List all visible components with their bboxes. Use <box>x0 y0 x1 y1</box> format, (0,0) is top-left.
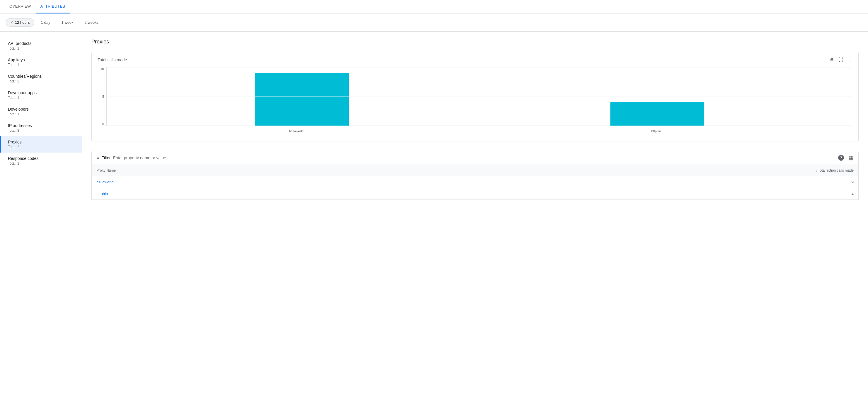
x-label-helloworld: helloworld <box>289 130 304 133</box>
col-header-label: Proxy Name <box>96 168 116 172</box>
sidebar-item-app-keys[interactable]: App keys Total: 1 <box>0 54 82 70</box>
time-filter-12h[interactable]: 12 hours <box>6 18 34 27</box>
grid-line <box>107 96 852 97</box>
sidebar-item-name: Response codes <box>8 156 75 161</box>
sidebar-item-name: IP addresses <box>8 123 75 128</box>
sidebar-item-name: Proxies <box>8 140 75 144</box>
table-header-row: Proxy Name ↓ Total action calls made <box>92 165 859 176</box>
col-header-label: Total action calls made <box>818 168 854 172</box>
table-row: httpbin 4 <box>92 188 859 200</box>
filter-right: ? ▦ <box>838 154 854 161</box>
sidebar-item-countries-regions[interactable]: Countries/Regions Total: 3 <box>0 70 82 87</box>
table-cell-proxy-name: httpbin <box>92 188 381 200</box>
x-label-httpbin: httpbin <box>651 130 661 133</box>
y-axis-label: 0 <box>102 122 104 126</box>
sidebar-item-total: Total: 1 <box>8 46 75 51</box>
table-row: helloworld 9 <box>92 176 859 188</box>
time-filter-1w[interactable]: 1 week <box>57 18 78 27</box>
filter-table-section: ≡ Filter ? ▦ Proxy Name ↓ Tot <box>91 151 859 200</box>
sidebar-item-total: Total: 1 <box>8 63 75 67</box>
time-filter-2w[interactable]: 2 weeks <box>80 18 103 27</box>
sidebar-item-total: Total: 1 <box>8 161 75 166</box>
sidebar-item-ip-addresses[interactable]: IP addresses Total: 3 <box>0 120 82 136</box>
filter-bar: ≡ Filter ? ▦ <box>91 151 859 165</box>
sidebar-item-developer-apps[interactable]: Developer apps Total: 1 <box>0 87 82 103</box>
y-axis: 10 5 0 <box>98 67 106 126</box>
sidebar-item-proxies[interactable]: Proxies Total: 2 <box>0 136 82 152</box>
col-header-proxy-name[interactable]: Proxy Name <box>92 165 381 176</box>
tab-attributes[interactable]: ATTRIBUTES <box>36 0 70 13</box>
sidebar: API products Total: 1 App keys Total: 1 … <box>0 32 82 399</box>
chart-actions: ≘ ⛶ ⋮ <box>830 57 852 62</box>
page-title: Proxies <box>91 39 859 45</box>
top-tabs: OVERVIEW ATTRIBUTES <box>0 0 868 13</box>
sidebar-item-response-codes[interactable]: Response codes Total: 1 <box>0 152 82 169</box>
sidebar-item-name: Countries/Regions <box>8 74 75 79</box>
sidebar-item-name: Developers <box>8 107 75 112</box>
grid-line <box>107 67 852 67</box>
expand-icon[interactable]: ⛶ <box>838 57 843 62</box>
sidebar-item-name: App keys <box>8 57 75 62</box>
columns-icon[interactable]: ▦ <box>849 154 854 161</box>
sidebar-item-total: Total: 1 <box>8 96 75 100</box>
export-icon[interactable]: ≘ <box>830 57 834 62</box>
filter-icon: ≡ <box>96 155 99 161</box>
bar-helloworld <box>255 73 349 125</box>
help-icon[interactable]: ? <box>838 155 844 161</box>
table-cell-total-calls: 4 <box>380 188 858 200</box>
sidebar-item-name: API products <box>8 41 75 46</box>
content-area: Proxies Total calls made ≘ ⛶ ⋮ 10 5 0 <box>82 32 868 399</box>
chart-header: Total calls made ≘ ⛶ ⋮ <box>92 52 858 65</box>
chart-card: Total calls made ≘ ⛶ ⋮ 10 5 0 <box>91 52 859 141</box>
more-menu-icon[interactable]: ⋮ <box>848 57 852 62</box>
main-layout: API products Total: 1 App keys Total: 1 … <box>0 32 868 399</box>
sidebar-item-total: Total: 3 <box>8 79 75 83</box>
y-axis-label: 10 <box>100 67 104 71</box>
x-labels: helloworld httpbin <box>98 127 852 133</box>
bar-group-httpbin <box>611 102 704 125</box>
y-axis-label: 5 <box>102 95 104 98</box>
data-table: Proxy Name ↓ Total action calls made hel… <box>91 165 859 200</box>
table-cell-total-calls: 9 <box>380 176 858 188</box>
chart-plot <box>106 67 852 126</box>
filter-input[interactable] <box>113 155 836 160</box>
proxy-link-helloworld[interactable]: helloworld <box>96 180 114 184</box>
sidebar-item-total: Total: 3 <box>8 129 75 133</box>
col-header-total-calls[interactable]: ↓ Total action calls made <box>380 165 858 176</box>
proxy-link-httpbin[interactable]: httpbin <box>96 192 108 196</box>
sort-desc-icon: ↓ <box>815 168 817 172</box>
tab-overview[interactable]: OVERVIEW <box>5 0 36 13</box>
time-filter-1d[interactable]: 1 day <box>37 18 55 27</box>
bar-group-helloworld <box>255 73 349 125</box>
table-cell-proxy-name: helloworld <box>92 176 381 188</box>
time-filter-bar: 12 hours 1 day 1 week 2 weeks <box>0 13 868 32</box>
bar-httpbin <box>611 102 704 125</box>
chart-title: Total calls made <box>98 57 127 62</box>
sidebar-item-developers[interactable]: Developers Total: 1 <box>0 103 82 120</box>
filter-label: Filter <box>101 155 111 160</box>
sidebar-item-api-products[interactable]: API products Total: 1 <box>0 37 82 54</box>
chart-area: 10 5 0 <box>98 67 852 126</box>
bar-chart-container: 10 5 0 <box>92 65 858 141</box>
sidebar-item-total: Total: 1 <box>8 112 75 116</box>
sidebar-item-name: Developer apps <box>8 90 75 95</box>
sidebar-item-total: Total: 2 <box>8 145 75 149</box>
